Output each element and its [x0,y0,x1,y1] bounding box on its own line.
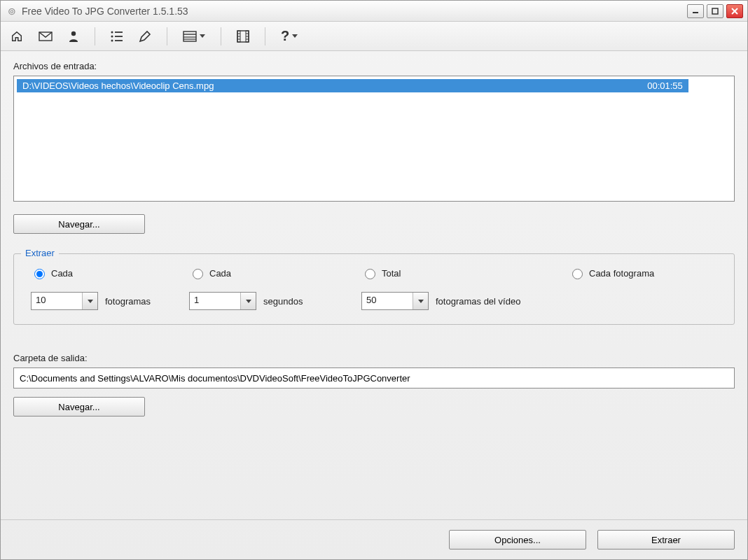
user-icon[interactable] [68,30,79,43]
unit-label: fotogramas del vídeo [436,296,520,307]
file-duration: 00:01:55 [647,80,683,91]
output-folder-input[interactable] [13,368,735,388]
radio-every-frames[interactable]: Cada [31,267,73,279]
radio-label: Total [382,268,401,279]
extract-fieldset: Extraer Cada Cada [13,253,735,325]
options-button[interactable]: Opciones... [449,530,586,550]
total-combo[interactable]: 50 [361,292,429,310]
unit-label: fotogramas [105,296,151,307]
window-controls [687,4,743,18]
svg-rect-12 [183,31,196,41]
combo-value: 10 [32,293,82,309]
toolbar-separator [167,27,167,46]
browse-input-button[interactable]: Navegar... [13,214,145,234]
list-icon[interactable] [111,31,123,42]
radio-input[interactable] [193,269,203,279]
footer: Opciones... Extraer [1,519,747,559]
chevron-down-icon [200,34,205,38]
extract-values-row: 10 fotogramas 1 segundos 50 [31,292,717,310]
view-dropdown[interactable] [183,31,205,42]
radio-input[interactable] [572,269,583,279]
browse-output-button[interactable]: Navegar... [13,397,145,416]
seconds-combo[interactable]: 1 [189,292,256,310]
titlebar: ⊚ Free Video To JPG Converter 1.5.1.53 [1,1,747,22]
app-icon: ⊚ [6,6,18,17]
svg-point-5 [71,31,76,35]
film-icon[interactable] [237,30,249,43]
output-section: Carpeta de salida: Navegar... [13,353,735,416]
radio-total[interactable]: Total [361,267,401,279]
home-icon[interactable] [11,30,23,43]
frames-combo[interactable]: 10 [31,292,98,310]
output-folder-label: Carpeta de salida: [13,353,735,363]
toolbar-separator [221,27,221,46]
svg-point-10 [111,39,113,41]
extract-button[interactable]: Extraer [597,530,735,550]
radio-label: Cada [209,268,231,279]
app-window: ⊚ Free Video To JPG Converter 1.5.1.53 [0,0,748,560]
extract-legend: Extraer [21,248,59,258]
radio-input[interactable] [365,269,375,279]
content-area: Archivos de entrada: D:\VIDEOS\Videos he… [1,51,747,519]
toolbar-separator [95,27,95,46]
window-title: Free Video To JPG Converter 1.5.1.53 [22,6,687,17]
list-item[interactable]: D:\VIDEOS\Videos hechos\Videoclip Cens.m… [17,79,688,92]
radio-label: Cada fotograma [589,268,654,279]
chevron-down-icon [413,293,428,309]
edit-icon[interactable] [139,30,151,43]
chevron-down-icon [292,34,298,38]
radio-every-frame[interactable]: Cada fotograma [569,267,654,279]
combo-value: 1 [190,293,240,309]
extract-radio-row: Cada Cada Total [31,267,717,279]
radio-input[interactable] [34,269,45,279]
radio-label: Cada [51,268,73,279]
maximize-button[interactable] [707,4,723,18]
svg-point-8 [111,35,113,37]
input-files-label: Archivos de entrada: [13,61,735,71]
chevron-down-icon [240,293,256,309]
chevron-down-icon [82,293,97,309]
unit-label: segundos [263,296,303,307]
minimize-button[interactable] [687,4,704,18]
svg-point-6 [111,31,113,33]
input-files-list[interactable]: D:\VIDEOS\Videos hechos\Videoclip Cens.m… [13,76,735,202]
mail-icon[interactable] [39,31,53,41]
toolbar-separator [265,27,265,46]
combo-value: 50 [362,293,413,309]
close-button[interactable] [726,4,743,18]
toolbar: ? [1,22,747,51]
svg-rect-1 [712,8,718,14]
radio-every-seconds[interactable]: Cada [189,267,231,279]
help-icon: ? [281,28,289,44]
file-path: D:\VIDEOS\Videos hechos\Videoclip Cens.m… [22,80,647,91]
help-dropdown[interactable]: ? [281,28,298,44]
